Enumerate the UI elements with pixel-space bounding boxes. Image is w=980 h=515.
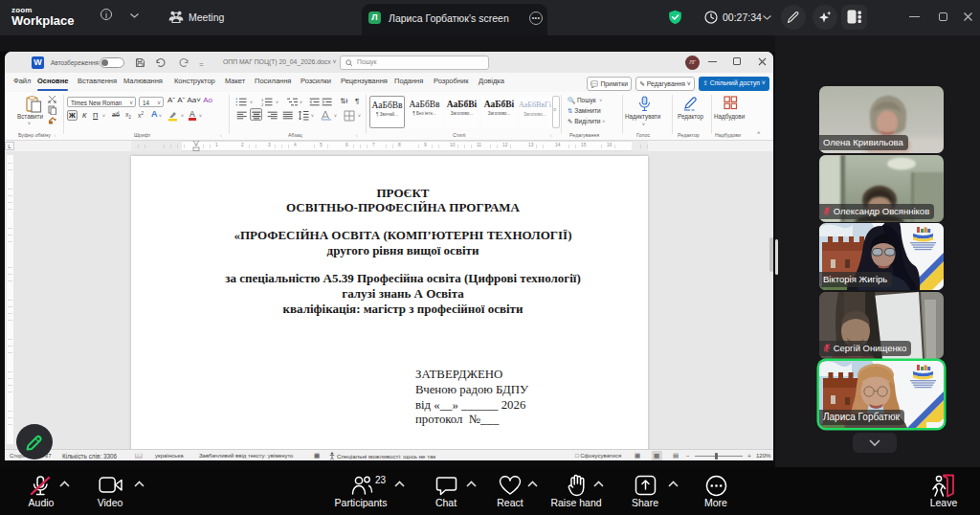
svg-text:2: 2 [261,102,264,106]
